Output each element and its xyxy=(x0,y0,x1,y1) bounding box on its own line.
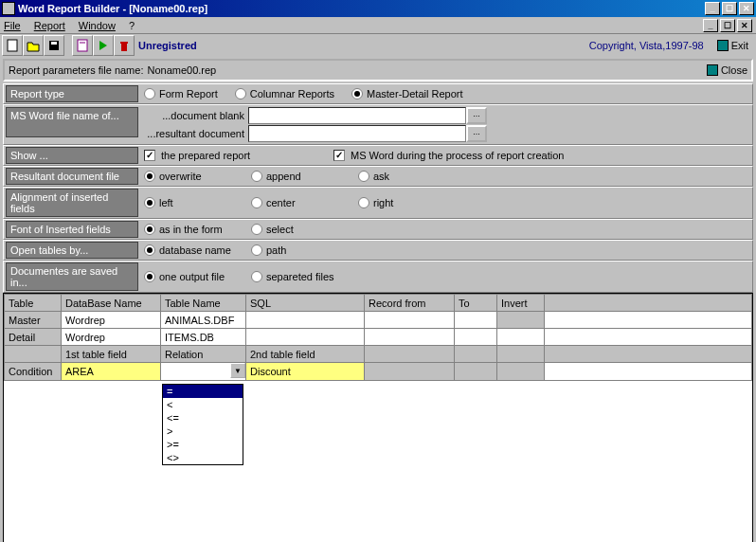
radio-font-form[interactable]: as in the form xyxy=(144,224,234,235)
radio-overwrite[interactable]: overwrite xyxy=(144,171,234,182)
radio-left[interactable]: left xyxy=(144,197,234,208)
input-doc-blank[interactable] xyxy=(248,107,466,124)
svg-rect-0 xyxy=(8,40,17,51)
mdi-controls: _ ☐ ✕ xyxy=(703,19,752,32)
radio-font-select[interactable]: select xyxy=(251,224,294,235)
chevron-down-icon[interactable]: ▼ xyxy=(230,363,245,378)
label-font: Font of Inserted fields xyxy=(6,221,138,238)
radio-right[interactable]: right xyxy=(358,197,393,208)
window-controls: _ ☐ ✕ xyxy=(705,2,754,15)
h-rel: Relation xyxy=(161,346,246,363)
row-condition[interactable]: Condition AREA ▼ Discount xyxy=(5,363,752,381)
grid-header: Table DataBase Name Table Name SQL Recor… xyxy=(5,295,752,312)
params-close-button[interactable]: Close xyxy=(707,64,747,76)
radio-append[interactable]: append xyxy=(251,171,341,182)
app-icon xyxy=(2,2,15,15)
exit-icon xyxy=(717,40,729,51)
browse-resultant-button[interactable]: ... xyxy=(466,125,487,142)
save-icon[interactable] xyxy=(44,35,64,56)
radio-ask[interactable]: ask xyxy=(358,171,389,182)
radio-form-report[interactable]: Form Report xyxy=(144,88,218,99)
exit-button[interactable]: Exit xyxy=(711,35,754,56)
params-row: Report parameters file name: Noname00.re… xyxy=(3,59,753,81)
h-db: DataBase Name xyxy=(62,295,161,312)
params-value: Noname00.rep xyxy=(147,64,216,76)
cell-discount[interactable]: Discount xyxy=(246,363,365,381)
label-doc-blank: ...document blank xyxy=(144,110,248,121)
maximize-button[interactable]: ☐ xyxy=(722,2,737,15)
dropdown-opt-le[interactable]: <= xyxy=(163,411,243,425)
label-report-type: Report type xyxy=(6,85,138,102)
menu-window[interactable]: Window xyxy=(79,20,116,31)
label-open-tables: Open tables by... xyxy=(6,242,138,259)
window-title: Word Report Builder - [Noname00.rep] xyxy=(18,3,705,14)
cell-detail-db[interactable]: Wordrep xyxy=(62,329,161,346)
cell-area[interactable]: AREA xyxy=(62,363,161,381)
cell-master-tbl[interactable]: ANIMALS.DBF xyxy=(161,312,246,329)
h-table: Table xyxy=(5,295,62,312)
close-button[interactable]: ✕ xyxy=(739,2,754,15)
browse-blank-button[interactable]: ... xyxy=(466,107,487,124)
h-2nd: 2nd table field xyxy=(246,346,365,363)
dropdown-opt-eq[interactable]: = xyxy=(163,385,243,398)
mdi-close-button[interactable]: ✕ xyxy=(737,19,752,32)
dropdown-opt-lt[interactable]: < xyxy=(163,398,243,411)
minimize-button[interactable]: _ xyxy=(705,2,720,15)
mdi-maximize-button[interactable]: ☐ xyxy=(720,19,735,32)
menu-report[interactable]: Report xyxy=(34,20,65,31)
h-to: To xyxy=(455,295,497,312)
h-rec: Record from xyxy=(365,295,455,312)
relation-dropdown[interactable]: = < <= > >= <> xyxy=(162,384,243,465)
menu-file[interactable]: File xyxy=(4,20,21,31)
row-detail[interactable]: Detail Wordrep ITEMS.DB xyxy=(5,329,752,346)
row-report-type: Report type Form Report Columnar Reports… xyxy=(3,83,753,104)
radio-separated[interactable]: separeted files xyxy=(251,271,334,282)
dropdown-opt-ge[interactable]: >= xyxy=(163,438,243,451)
h-1st: 1st table field xyxy=(62,346,161,363)
toolbar: Unregistred Copyright, Vista,1997-98 Exi… xyxy=(0,34,756,57)
exit-label: Exit xyxy=(731,40,748,51)
radio-path[interactable]: path xyxy=(251,244,286,256)
label-filename: MS Word file name of... xyxy=(6,107,138,137)
row-open-tables: Open tables by... database name path xyxy=(3,240,753,261)
cell-detail-tbl[interactable]: ITEMS.DB xyxy=(161,329,246,346)
label-resultant-doc: ...resultant document xyxy=(144,128,248,139)
row-docs-saved: Documentes are saved in... one output fi… xyxy=(3,261,753,293)
radio-columnar[interactable]: Columnar Reports xyxy=(235,88,334,99)
grid-empty-area xyxy=(4,381,752,542)
row-filename: MS Word file name of... ...document blan… xyxy=(3,104,753,145)
h-tname: Table Name xyxy=(161,295,246,312)
delete-icon[interactable] xyxy=(114,35,135,56)
new-icon[interactable] xyxy=(2,35,23,56)
radio-one-file[interactable]: one output file xyxy=(144,271,234,282)
open-icon[interactable] xyxy=(23,35,44,56)
mdi-minimize-button[interactable]: _ xyxy=(703,19,718,32)
row-font: Font of Inserted fields as in the form s… xyxy=(3,219,753,240)
row-master[interactable]: Master Wordrep ANIMALS.DBF xyxy=(5,312,752,329)
row-resultant: Resultant document file overwrite append… xyxy=(3,166,753,187)
svg-rect-2 xyxy=(51,42,57,45)
checkbox-msword[interactable] xyxy=(333,150,345,161)
row-show: Show ... the prepared report MS Word dur… xyxy=(3,145,753,166)
radio-dbname[interactable]: database name xyxy=(144,244,234,256)
radio-icon xyxy=(351,88,363,99)
report-icon[interactable] xyxy=(72,35,93,56)
cell-condition: Condition xyxy=(5,363,62,381)
row-alignment: Alignment of inserted fields left center… xyxy=(3,187,753,219)
dropdown-opt-gt[interactable]: > xyxy=(163,425,243,438)
cell-master-db[interactable]: Wordrep xyxy=(62,312,161,329)
radio-center[interactable]: center xyxy=(251,197,341,208)
dropdown-opt-ne[interactable]: <> xyxy=(163,451,243,464)
cell-master: Master xyxy=(5,312,62,329)
cell-relation[interactable]: ▼ xyxy=(161,363,246,381)
run-icon[interactable] xyxy=(93,35,114,56)
door-icon xyxy=(707,64,718,76)
input-resultant-doc[interactable] xyxy=(248,125,466,142)
data-grid: Table DataBase Name Table Name SQL Recor… xyxy=(3,293,753,542)
copyright-label: Copyright, Vista,1997-98 xyxy=(589,40,711,51)
label-alignment: Alignment of inserted fields xyxy=(6,189,138,217)
radio-master-detail[interactable]: Master-Detail Report xyxy=(351,88,462,99)
radio-icon xyxy=(144,88,155,99)
menu-help[interactable]: ? xyxy=(129,20,135,31)
checkbox-prepared[interactable] xyxy=(144,150,155,161)
